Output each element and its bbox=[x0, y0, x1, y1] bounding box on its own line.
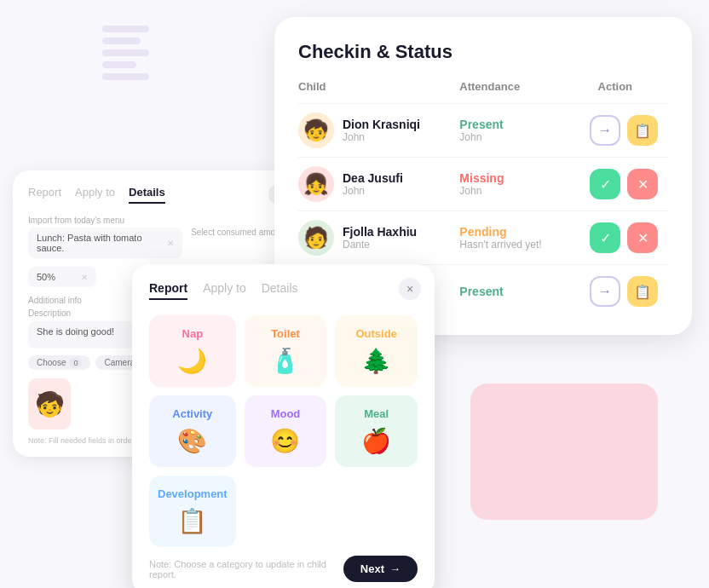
child-name: Dea Jusufi bbox=[343, 171, 403, 185]
child-image-placeholder: 🧒 bbox=[28, 378, 71, 429]
next-arrow-icon: → bbox=[389, 562, 401, 575]
import-input[interactable]: Lunch: Pasta with tomato sauce. ✕ bbox=[28, 228, 182, 258]
category-card-nap[interactable]: Nap 🌙 bbox=[149, 315, 236, 387]
child-name: Fjolla Haxhiu bbox=[343, 225, 417, 239]
report-tab-report[interactable]: Report bbox=[149, 281, 187, 300]
child-group: John bbox=[343, 131, 420, 143]
attendance-status: Pending bbox=[459, 225, 562, 239]
tag-choose[interactable]: Choose 0 bbox=[28, 355, 90, 370]
category-label-meal: Meal bbox=[364, 407, 389, 420]
check-button[interactable]: ✓ bbox=[590, 222, 620, 253]
attendance-status: Present bbox=[459, 285, 562, 298]
category-card-development[interactable]: Development 📋 bbox=[149, 476, 236, 547]
category-card-outside[interactable]: Outside 🌲 bbox=[335, 315, 418, 387]
child-avatar: 👧 bbox=[298, 166, 334, 202]
category-card-meal[interactable]: Meal 🍎 bbox=[335, 395, 418, 467]
tag-camera-label: Camera bbox=[104, 358, 135, 367]
tab-details[interactable]: Details bbox=[129, 186, 165, 204]
consumed-input[interactable]: 50% ✕ bbox=[28, 267, 96, 287]
category-label-nap: Nap bbox=[182, 327, 204, 340]
category-card-toilet[interactable]: Toilet 🧴 bbox=[245, 315, 327, 387]
category-icon-nap: 🌙 bbox=[177, 347, 207, 375]
category-label-activity: Activity bbox=[172, 407, 212, 420]
next-button[interactable]: Next → bbox=[343, 556, 418, 582]
action-cell: → 📋 bbox=[573, 265, 668, 319]
attendance-cell: Missing John bbox=[459, 158, 572, 211]
import-field-row: Lunch: Pasta with tomato sauce. ✕ Select… bbox=[28, 228, 287, 258]
tag-choose-count: 0 bbox=[69, 359, 82, 367]
tab-apply-to[interactable]: Apply to bbox=[75, 186, 115, 204]
report-tab-details[interactable]: Details bbox=[262, 281, 298, 300]
category-icon-toilet: 🧴 bbox=[270, 347, 300, 375]
arrow-button[interactable]: → bbox=[590, 115, 620, 146]
category-icon-mood: 😊 bbox=[270, 427, 300, 455]
child-cell: 👧 Dea Jusufi John bbox=[298, 158, 459, 211]
table-row: 🧑 Fjolla Haxhiu Dante Pending Hasn't arr… bbox=[298, 211, 668, 265]
categories-grid: Nap 🌙 Toilet 🧴 Outside 🌲 Activity 🎨 Mood… bbox=[149, 315, 418, 547]
action-cell: → 📋 bbox=[573, 104, 668, 158]
cross-button[interactable]: ✕ bbox=[627, 169, 658, 199]
col-action: Action bbox=[573, 80, 668, 104]
table-row: 👧 Dea Jusufi John Missing John ✓ ✕ bbox=[298, 158, 668, 211]
attendance-cell: Pending Hasn't arrived yet! bbox=[459, 211, 572, 265]
category-label-mood: Mood bbox=[271, 407, 301, 420]
attendance-status: Present bbox=[459, 118, 562, 131]
category-card-mood[interactable]: Mood 😊 bbox=[245, 395, 327, 467]
select-label: Select consumed amount bbox=[191, 228, 287, 256]
check-button[interactable]: ✓ bbox=[590, 169, 620, 199]
action-cell: ✓ ✕ bbox=[573, 211, 668, 265]
checkin-title: Checkin & Status bbox=[298, 41, 668, 63]
import-clear-icon[interactable]: ✕ bbox=[167, 239, 174, 248]
child-cell: 🧑 Fjolla Haxhiu Dante bbox=[298, 211, 459, 265]
bg-pink-rect bbox=[470, 383, 658, 520]
table-row: 🧒 Dion Krasniqi John Present John → 📋 bbox=[298, 104, 668, 158]
category-icon-development: 📋 bbox=[177, 507, 207, 535]
attendance-sub: John bbox=[459, 185, 562, 197]
report-footer: Note: Choose a category to update in chi… bbox=[149, 556, 418, 582]
report-tabs: Report Apply to Details bbox=[149, 281, 418, 300]
child-cell: 🧒 Dion Krasniqi John bbox=[298, 104, 459, 158]
tab-report[interactable]: Report bbox=[28, 186, 61, 204]
category-icon-meal: 🍎 bbox=[361, 427, 391, 455]
bg-decoration bbox=[102, 26, 153, 80]
report-button[interactable]: 📋 bbox=[627, 115, 658, 146]
col-attendance: Attendance bbox=[459, 80, 572, 104]
attendance-sub: John bbox=[459, 131, 562, 143]
arrow-button[interactable]: → bbox=[590, 276, 620, 307]
consumed-clear-icon[interactable]: ✕ bbox=[81, 273, 88, 282]
attendance-cell: Present John bbox=[459, 104, 572, 158]
category-icon-activity: 🎨 bbox=[177, 427, 207, 455]
attendance-cell: Present bbox=[459, 265, 572, 319]
child-group: John bbox=[343, 185, 403, 197]
cross-button[interactable]: ✕ bbox=[627, 222, 658, 253]
report-close-button[interactable]: × bbox=[399, 278, 421, 300]
child-group: Dante bbox=[343, 239, 417, 251]
category-card-activity[interactable]: Activity 🎨 bbox=[149, 395, 236, 467]
attendance-status: Missing bbox=[459, 171, 562, 185]
child-avatar: 🧒 bbox=[298, 112, 334, 148]
category-icon-outside: 🌲 bbox=[361, 347, 391, 375]
action-cell: ✓ ✕ bbox=[573, 158, 668, 211]
import-label: Import from today's menu bbox=[28, 216, 287, 225]
category-label-outside: Outside bbox=[355, 327, 396, 340]
child-avatar: 🧑 bbox=[298, 220, 334, 256]
category-label-development: Development bbox=[158, 487, 228, 500]
report-button[interactable]: 📋 bbox=[627, 276, 658, 307]
report-card: Report Apply to Details × Nap 🌙 Toilet 🧴… bbox=[132, 264, 435, 588]
attendance-sub: Hasn't arrived yet! bbox=[459, 239, 562, 251]
category-label-toilet: Toilet bbox=[271, 327, 300, 340]
report-tab-apply[interactable]: Apply to bbox=[203, 281, 246, 300]
child-name: Dion Krasniqi bbox=[343, 118, 420, 131]
details-tabs: Report Apply to Details bbox=[28, 186, 287, 204]
col-child: Child bbox=[298, 80, 459, 104]
report-note: Note: Choose a category to update in chi… bbox=[149, 559, 343, 579]
tag-choose-label: Choose bbox=[37, 358, 66, 367]
